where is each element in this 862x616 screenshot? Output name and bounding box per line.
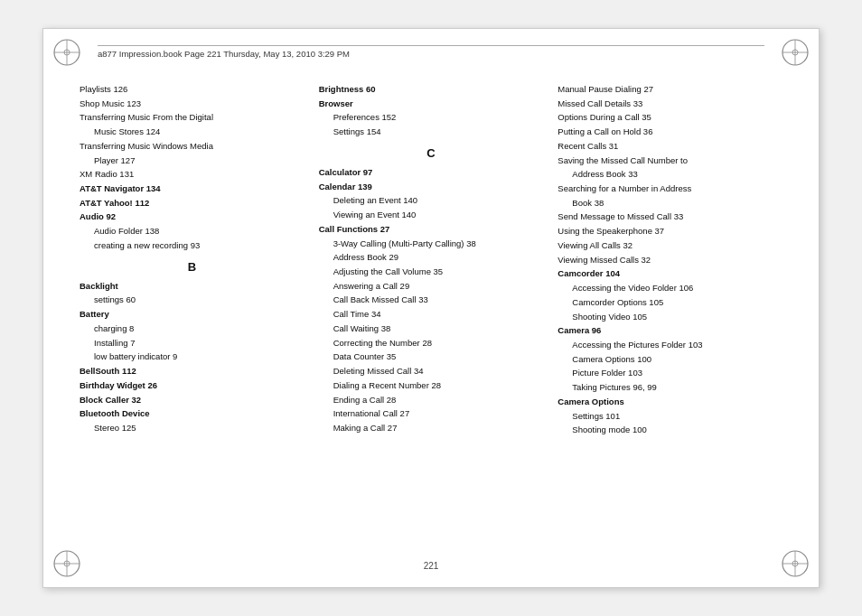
index-entry: XM Radio 131 [80,168,305,182]
index-entry: Send Message to Missed Call 33 [557,210,782,224]
page-number: 221 [43,561,819,571]
index-entry: settings 60 [94,294,305,307]
index-entry: Putting a Call on Hold 36 [557,126,782,139]
index-entry: Book 38 [572,197,782,210]
index-entry: Address Book 33 [572,168,782,182]
index-entry: Adjusting the Call Volume 35 [333,266,544,279]
index-entry: Bluetooth Device [80,407,305,421]
index-entry: Camcorder 104 [557,267,782,281]
index-entry: Stereo 125 [94,422,305,435]
index-entry: Camera Options [557,396,782,409]
index-entry: Brightness 60 [319,83,544,97]
index-entry: Battery [80,308,305,322]
index-entry: Correcting the Number 28 [333,337,544,350]
index-entry: Accessing the Pictures Folder 103 [572,339,782,352]
index-entry: Dialing a Recent Number 28 [333,379,544,393]
index-entry: Camcorder Options 105 [572,296,782,310]
index-entry: Audio 92 [80,210,305,224]
index-entry: Settings 154 [333,126,544,139]
corner-decoration-tr [779,36,811,69]
index-entry: Backlight [80,280,305,294]
index-entry: Taking Pictures 96, 99 [572,381,782,395]
index-entry: Birthday Widget 26 [80,379,305,393]
index-entry: AT&T Navigator 134 [80,182,305,196]
index-entry: Calculator 97 [319,166,544,180]
index-entry: creating a new recording 93 [94,239,305,253]
index-entry: Address Book 29 [333,251,544,265]
index-entry: International Call 27 [333,407,544,421]
index-entry: Picture Folder 103 [572,367,782,380]
index-entry: Camera Options 100 [572,353,782,367]
index-entry: Camera 96 [557,324,782,338]
index-entry: Shooting Video 105 [572,311,782,324]
section-letter-B: B [80,258,305,276]
index-entry: Viewing All Calls 32 [557,239,782,253]
index-entry: Missed Call Details 33 [557,98,782,111]
page-header: a877 Impression.book Page 221 Thursday, … [98,45,764,59]
index-entry: Transferring Music From the Digital [80,111,305,125]
index-entry: AT&T Yahoo! 112 [80,197,305,210]
index-entry: Using the Speakerphone 37 [557,225,782,238]
index-entry: Saving the Missed Call Number to [557,154,782,168]
header-text: a877 Impression.book Page 221 Thursday, … [98,49,350,59]
index-entry: Deleting Missed Call 34 [333,365,544,378]
index-entry: Call Functions 27 [319,223,544,237]
column-3: Manual Pause Dialing 27Missed Call Detai… [550,83,782,533]
index-entry: charging 8 [94,322,305,336]
index-entry: Settings 101 [572,410,782,424]
index-entry: Accessing the Video Folder 106 [572,282,782,295]
index-entry: 3-Way Calling (Multi-Party Calling) 38 [333,238,544,251]
book-page: a877 Impression.book Page 221 Thursday, … [42,28,820,588]
index-entry: Preferences 152 [333,111,544,125]
index-entry: Transferring Music Windows Media [80,140,305,154]
index-entry: Music Stores 124 [94,126,305,139]
index-entry: Call Time 34 [333,308,544,322]
index-entry: Data Counter 35 [333,350,544,364]
index-entry: Making a Call 27 [333,422,544,435]
index-entry: low battery indicator 9 [94,350,305,364]
index-entry: Playlists 126 [80,83,305,97]
index-entry: Call Waiting 38 [333,322,544,336]
column-1: Playlists 126Shop Music 123Transferring … [80,83,312,533]
index-content: Playlists 126Shop Music 123Transferring … [80,83,782,533]
index-entry: Viewing Missed Calls 32 [557,254,782,267]
column-2: Brightness 60BrowserPreferences 152Setti… [312,83,551,533]
index-entry: Player 127 [94,154,305,168]
index-entry: Deleting an Event 140 [333,194,544,208]
index-entry: Shop Music 123 [80,98,305,111]
index-entry: Recent Calls 31 [557,140,782,154]
index-entry: Options During a Call 35 [557,111,782,125]
index-entry: Installing 7 [94,337,305,350]
index-entry: Ending a Call 28 [333,394,544,407]
index-entry: Call Back Missed Call 33 [333,294,544,307]
corner-decoration-tl [51,36,83,69]
index-entry: Manual Pause Dialing 27 [557,83,782,97]
index-entry: Calendar 139 [319,181,544,194]
index-entry: Shooting mode 100 [572,424,782,437]
index-entry: Answering a Call 29 [333,280,544,294]
index-entry: Searching for a Number in Address [557,182,782,196]
index-entry: BellSouth 112 [80,365,305,378]
index-entry: Viewing an Event 140 [333,209,544,222]
index-entry: Audio Folder 138 [94,225,305,238]
section-letter-C: C [319,145,544,163]
index-entry: Block Caller 32 [80,394,305,407]
index-entry: Browser [319,98,544,111]
